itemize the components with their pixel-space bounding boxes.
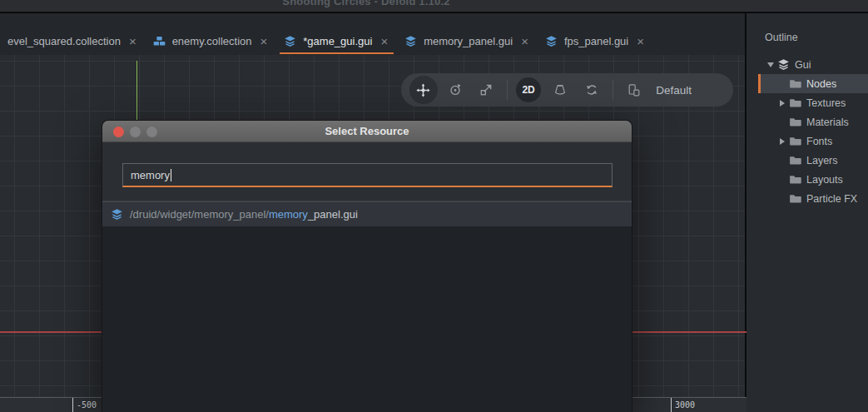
- tab-label: *game_gui.gui: [303, 35, 372, 47]
- reload-tool-button[interactable]: [576, 73, 608, 107]
- collection-icon: [153, 35, 166, 47]
- scene-toolbar: 2DDefault: [401, 73, 733, 107]
- gui-icon: [777, 58, 790, 71]
- tree-indent: [761, 83, 776, 84]
- folder-icon: [789, 97, 801, 109]
- outline-item-particle-fx[interactable]: Particle FX: [758, 189, 868, 208]
- tab-label: memory_panel.gui: [424, 35, 513, 47]
- tab-memory-panel-gui[interactable]: memory_panel.gui×: [397, 13, 538, 55]
- outline-item-label: Materials: [806, 117, 849, 128]
- select-resource-dialog: Select Resource memory /druid/widget/mem…: [102, 120, 632, 412]
- tree-indent: [758, 141, 776, 141]
- tab-strip: evel_squared.collection×enemy.collection…: [0, 13, 746, 55]
- 2d-mode-button[interactable]: 2D: [516, 77, 541, 102]
- layout-dropdown[interactable]: Default: [656, 84, 725, 97]
- outline-item-label: Textures: [806, 97, 846, 109]
- tree-indent: [758, 64, 765, 65]
- gui-icon: [284, 35, 296, 47]
- search-input-value: memory: [131, 169, 170, 181]
- zoom-window-button[interactable]: [146, 127, 157, 137]
- tree-indent: [758, 122, 776, 122]
- device-tool-button[interactable]: [618, 73, 649, 107]
- scale-tool-button[interactable]: [471, 73, 503, 107]
- dialog-titlebar[interactable]: Select Resource: [102, 121, 632, 142]
- 2d-badge-tool-button[interactable]: 2D: [513, 73, 544, 107]
- search-area: memory: [102, 142, 632, 201]
- outline-item-label: Particle FX: [806, 193, 857, 205]
- folder-icon: [789, 173, 801, 186]
- dialog-title: Select Resource: [325, 125, 409, 137]
- gui-icon: [111, 208, 123, 221]
- minimize-window-button[interactable]: [130, 127, 141, 137]
- scale-icon: [479, 83, 493, 97]
- outline-panel: Outline GuiNodesTexturesMaterialsFontsLa…: [745, 13, 868, 412]
- close-tab-icon[interactable]: ×: [519, 35, 530, 47]
- rotate-tool-button[interactable]: [439, 73, 471, 107]
- layout-dropdown-value: Default: [656, 84, 692, 97]
- tab-fps-panel-gui[interactable]: fps_panel.gui×: [538, 13, 653, 55]
- tab-label: enemy.collection: [172, 35, 252, 47]
- close-tab-icon[interactable]: ×: [379, 35, 389, 47]
- outline-item-label: Gui: [795, 59, 811, 71]
- outline-item-layers[interactable]: Layers: [758, 151, 868, 170]
- tree-indent: [758, 160, 776, 161]
- outline-item-fonts[interactable]: Fonts: [758, 132, 868, 151]
- tab-label: fps_panel.gui: [564, 35, 628, 47]
- window-titlebar: Shooting Circles - Defold 1.10.2: [0, 0, 868, 12]
- expander-placeholder: [776, 74, 788, 93]
- toolbar-separator: [507, 80, 508, 100]
- ruler-label: 3000: [675, 400, 695, 410]
- folder-icon: [789, 192, 801, 205]
- expander-icon[interactable]: [776, 93, 788, 112]
- tree-indent: [758, 102, 776, 103]
- resource-search-input[interactable]: memory: [122, 163, 613, 187]
- text-caret: [171, 169, 171, 181]
- folder-icon: [789, 116, 801, 128]
- resource-path: /druid/widget/memory_panel/memory_panel.…: [130, 208, 358, 221]
- folder-icon: [789, 135, 801, 147]
- toolbar-separator: [613, 80, 613, 100]
- frustum-icon: [553, 83, 567, 97]
- move-icon: [416, 83, 430, 97]
- outline-item-textures[interactable]: Textures: [758, 93, 868, 112]
- outline-item-label: Layers: [806, 155, 838, 166]
- outline-item-nodes[interactable]: Nodes: [758, 74, 868, 93]
- close-tab-icon[interactable]: ×: [635, 35, 646, 47]
- folder-icon: [789, 154, 801, 166]
- ruler-label: -500: [77, 400, 97, 410]
- expander-placeholder: [776, 170, 788, 189]
- frustum-tool-button[interactable]: [544, 73, 576, 107]
- defold-editor-window: Shooting Circles - Defold 1.10.2 evel_sq…: [0, 0, 868, 412]
- close-window-button[interactable]: [113, 127, 124, 137]
- tree-indent: [758, 179, 776, 180]
- tab-evel-squared-collection[interactable]: evel_squared.collection×: [0, 13, 146, 55]
- resource-result-row[interactable]: /druid/widget/memory_panel/memory_panel.…: [102, 201, 632, 226]
- outline-tree: GuiNodesTexturesMaterialsFontsLayersLayo…: [746, 55, 868, 208]
- tab-label: evel_squared.collection: [7, 35, 121, 47]
- outline-panel-title: Outline: [746, 13, 868, 43]
- expander-placeholder: [776, 151, 788, 170]
- outline-item-gui[interactable]: Gui: [758, 55, 868, 74]
- outline-item-materials[interactable]: Materials: [758, 112, 868, 132]
- reload-icon: [585, 83, 598, 97]
- expander-icon[interactable]: [765, 55, 776, 74]
- device-icon: [627, 83, 641, 97]
- expander-icon[interactable]: [776, 132, 788, 151]
- tab-enemy-collection[interactable]: enemy.collection×: [146, 13, 277, 55]
- outline-item-label: Layouts: [806, 174, 843, 186]
- folder-icon: [789, 77, 801, 90]
- gui-icon: [545, 35, 558, 47]
- close-tab-icon[interactable]: ×: [259, 35, 270, 47]
- window-controls: [113, 121, 157, 142]
- move-tool-button[interactable]: [408, 73, 439, 107]
- outline-item-label: Fonts: [806, 136, 832, 147]
- tab--game-gui-gui[interactable]: *game_gui.gui×: [276, 13, 397, 55]
- expander-placeholder: [776, 112, 788, 132]
- outline-item-layouts[interactable]: Layouts: [758, 170, 868, 189]
- close-tab-icon[interactable]: ×: [127, 35, 138, 47]
- outline-item-label: Nodes: [806, 78, 836, 90]
- search-results-list: /druid/widget/memory_panel/memory_panel.…: [102, 201, 632, 412]
- window-title: Shooting Circles - Defold 1.10.2: [0, 0, 732, 7]
- ruler-tick: [671, 398, 672, 412]
- gui-icon: [404, 35, 417, 47]
